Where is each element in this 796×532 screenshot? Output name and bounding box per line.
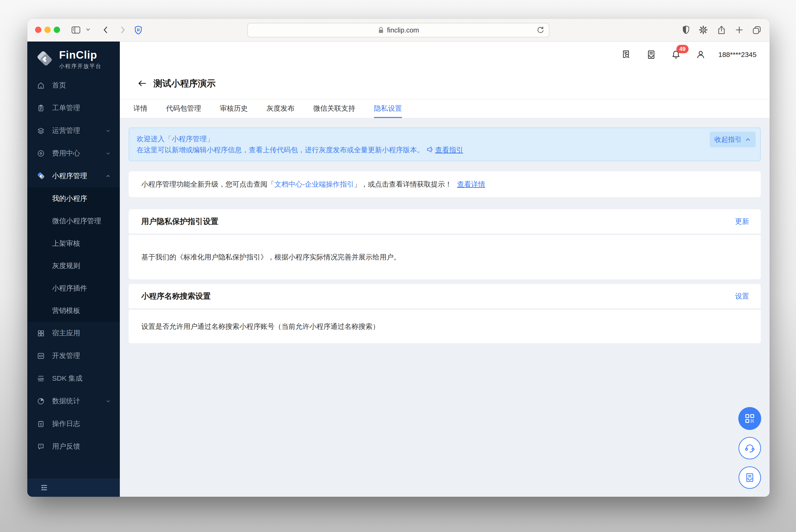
doc-search-icon[interactable] — [621, 50, 631, 60]
card-title: 小程序名称搜索设置 — [141, 291, 211, 302]
sidebar-item-home[interactable]: 首页 — [27, 74, 120, 97]
banner-body-line: 在这里可以新增或编辑小程序信息，查看上传代码包，进行灰度发布或全量更新小程序版本… — [137, 144, 753, 155]
sidebar-subitem-gray-rules[interactable]: 灰度规则 — [27, 254, 120, 277]
user-avatar-icon[interactable] — [696, 50, 706, 60]
sidebar-toggle-icon[interactable] — [71, 25, 81, 35]
sidebar-item-development[interactable]: 开发管理 — [27, 344, 120, 367]
privacy-report-shield-icon[interactable] — [681, 25, 691, 35]
tab-overview-icon[interactable] — [752, 25, 762, 36]
reload-icon[interactable] — [536, 25, 545, 35]
sidebar-item-host-apps[interactable]: 宿主应用 — [27, 322, 120, 344]
view-details-link[interactable]: 查看详情 — [457, 179, 485, 189]
qr-code-icon — [744, 413, 756, 424]
sidebar-item-label: 用户反馈 — [52, 442, 80, 451]
tab-review-history[interactable]: 审核历史 — [220, 99, 248, 118]
card-title: 用户隐私保护指引设置 — [141, 216, 219, 227]
sidebar-item-label: 运营管理 — [52, 126, 80, 135]
chevron-up-icon — [745, 137, 751, 142]
close-window-button[interactable] — [35, 26, 41, 33]
sidebar-item-statistics[interactable]: 数据统计 — [27, 390, 120, 413]
banner-title: 欢迎进入「小程序管理」 — [137, 133, 753, 144]
address-bar[interactable]: finclip.com — [247, 23, 549, 37]
tab-wechat-support[interactable]: 微信关联支持 — [313, 99, 355, 118]
sidebar-item-label: 首页 — [52, 80, 66, 90]
finclip-logo-icon — [35, 50, 54, 69]
log-icon — [37, 420, 45, 428]
sidebar-item-label: 数据统计 — [52, 396, 80, 406]
sidebar-subitem-my-miniprograms[interactable]: 我的小程序 — [27, 187, 120, 210]
tab-code-packages[interactable]: 代码包管理 — [166, 99, 201, 118]
back-arrow-icon[interactable] — [137, 78, 147, 89]
sidebar-item-logs[interactable]: 操作日志 — [27, 413, 120, 435]
extension-shield-pause-icon[interactable] — [133, 25, 144, 36]
sidebar-item-label: 宿主应用 — [52, 328, 80, 338]
sidebar-subitem-plugins[interactable]: 小程序插件 — [27, 277, 120, 299]
browser-toolbar: finclip.com — [27, 19, 770, 42]
card-header: 小程序名称搜索设置 设置 — [129, 284, 761, 308]
minimize-window-button[interactable] — [44, 26, 51, 33]
forward-button-icon[interactable] — [117, 25, 128, 35]
chevron-down-icon — [105, 129, 111, 133]
url-text: finclip.com — [387, 26, 419, 34]
account-phone[interactable]: 188****2345 — [718, 51, 757, 59]
sidebar-subitem-marketing-templates[interactable]: 营销模板 — [27, 299, 120, 322]
sidebar-item-miniprogram-management[interactable]: 小程序管理 — [27, 165, 120, 187]
page-title: 测试小程序演示 — [153, 78, 215, 90]
guide-banner: 欢迎进入「小程序管理」 在这里可以新增或编辑小程序信息，查看上传代码包，进行灰度… — [129, 128, 761, 161]
chevron-down-icon — [105, 151, 111, 155]
card-header: 用户隐私保护指引设置 更新 — [129, 209, 761, 233]
main-area: 49 188****2345 测试小程序演示 详情 — [120, 42, 770, 497]
floating-buttons — [738, 407, 761, 489]
sidebar-item-label: 工单管理 — [52, 103, 80, 113]
collapse-sidebar-icon — [39, 483, 49, 492]
sidebar-item-operations[interactable]: 运营管理 — [27, 119, 120, 142]
sidebar-subitem-listing-review[interactable]: 上架审核 — [27, 232, 120, 254]
sidebar-item-label: 开发管理 — [52, 351, 80, 361]
back-button-icon[interactable] — [101, 25, 111, 35]
support-button[interactable] — [739, 437, 761, 459]
upgrade-notice: 小程序管理功能全新升级，您可点击查阅「 文档中心-企业端操作指引 」，或点击查看… — [129, 171, 761, 197]
chevron-down-icon[interactable] — [85, 27, 91, 32]
svg-text:SDK: SDK — [38, 377, 44, 380]
logo-subtitle: 小程序开放平台 — [59, 62, 101, 70]
docs-button[interactable] — [739, 467, 761, 489]
clipboard-icon — [37, 104, 45, 112]
sidebar-item-workorders[interactable]: 工单管理 — [27, 97, 120, 119]
notifications-bell-icon[interactable]: 49 — [671, 50, 681, 60]
content-area: 欢迎进入「小程序管理」 在这里可以新增或编辑小程序信息，查看上传代码包，进行灰度… — [120, 118, 770, 497]
settings-gear-icon[interactable] — [698, 25, 708, 35]
document-icon[interactable] — [646, 50, 656, 60]
logo-title: FinClip — [59, 49, 101, 61]
sidebar-subitem-wechat-miniprogram[interactable]: 微信小程序管理 — [27, 210, 120, 232]
view-guide-link[interactable]: 查看指引 — [435, 146, 463, 154]
tab-privacy-settings[interactable]: 隐私设置 — [374, 99, 402, 118]
app-shell: FinClip 小程序开放平台 首页 — [27, 42, 770, 497]
sidebar: FinClip 小程序开放平台 首页 — [27, 42, 120, 497]
zoom-window-button[interactable] — [54, 26, 60, 33]
sdk-icon: SDK — [37, 374, 45, 383]
sidebar-item-label: SDK 集成 — [52, 374, 82, 383]
qr-code-button[interactable] — [738, 407, 761, 430]
home-icon — [37, 81, 45, 90]
tab-gray-release[interactable]: 灰度发布 — [266, 99, 295, 118]
privacy-guide-card: 用户隐私保护指引设置 更新 基于我们的《标准化用户隐私保护指引》，根据小程序实际… — [129, 209, 761, 279]
sidebar-collapse-bar[interactable] — [27, 478, 120, 497]
code-icon — [37, 352, 45, 360]
new-tab-plus-icon[interactable] — [734, 25, 744, 35]
coin-icon — [37, 149, 45, 158]
sidebar-item-feedback[interactable]: 用户反馈 — [27, 435, 120, 458]
sidebar-item-sdk[interactable]: SDK SDK 集成 — [27, 367, 120, 390]
chevron-up-icon — [105, 174, 111, 178]
collapse-guide-button[interactable]: 收起指引 — [710, 132, 756, 147]
tab-details[interactable]: 详情 — [133, 99, 147, 118]
card-body: 设置是否允许用户通过名称搜索小程序账号（当前允许小程序通过名称搜索） — [129, 310, 761, 343]
miniprogram-submenu: 我的小程序 微信小程序管理 上架审核 灰度规则 小程序插件 营销模板 — [27, 187, 120, 322]
update-link[interactable]: 更新 — [735, 217, 749, 226]
finclip-logo[interactable]: FinClip 小程序开放平台 — [27, 42, 120, 74]
sidebar-item-label: 费用中心 — [52, 149, 80, 158]
share-icon[interactable] — [716, 25, 727, 35]
sidebar-item-billing[interactable]: 费用中心 — [27, 142, 120, 165]
document-icon — [744, 472, 756, 484]
doc-center-link[interactable]: 文档中心-企业端操作指引 — [274, 179, 354, 189]
settings-link[interactable]: 设置 — [735, 291, 749, 301]
